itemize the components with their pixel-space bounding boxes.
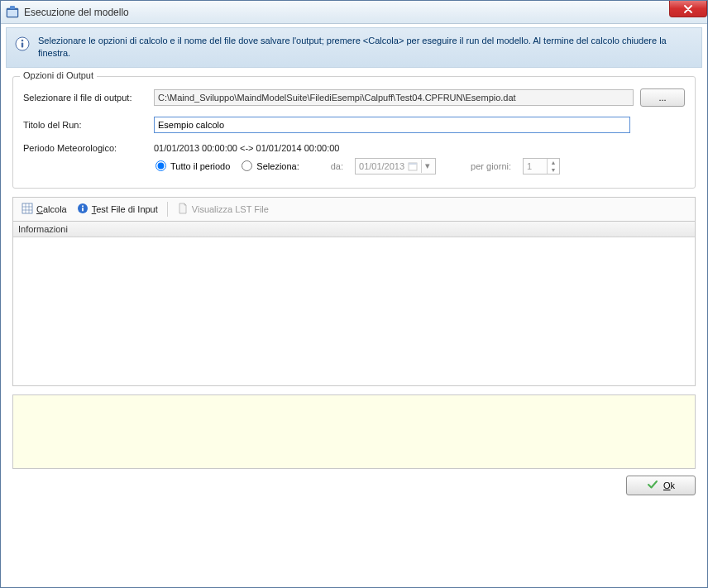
list-body[interactable] xyxy=(13,237,695,385)
info-icon xyxy=(15,36,30,54)
banner-text: Selezionare le opzioni di calcolo e il n… xyxy=(38,35,693,60)
svg-rect-1 xyxy=(7,10,17,17)
visualizza-lst-button: Visualizza LST File xyxy=(174,201,272,218)
spinner-down-icon[interactable]: ▼ xyxy=(548,166,559,174)
svg-rect-2 xyxy=(10,6,15,9)
run-title-label: Titolo del Run: xyxy=(23,120,147,130)
radio-full-period-label: Tutto il periodo xyxy=(170,161,230,171)
days-spinner[interactable]: ▲ ▼ xyxy=(523,158,560,174)
log-area[interactable] xyxy=(12,394,696,469)
output-file-field[interactable] xyxy=(154,89,634,106)
radio-select-period-label: Seleziona: xyxy=(256,161,299,171)
calcola-label: Calcola xyxy=(36,204,67,214)
toolbar-separator xyxy=(167,202,168,217)
group-legend: Opzioni di Output xyxy=(20,70,97,80)
visualizza-label: Visualizza LST File xyxy=(192,204,269,214)
test-input-button[interactable]: Test File di Input xyxy=(74,201,161,218)
window-title: Esecuzione del modello xyxy=(24,7,129,18)
svg-rect-7 xyxy=(409,163,417,165)
svg-rect-11 xyxy=(82,208,84,212)
days-label: per giorni: xyxy=(471,161,511,171)
info-circle-icon xyxy=(77,203,88,216)
document-icon xyxy=(177,203,189,216)
test-label: Test File di Input xyxy=(92,204,158,214)
titlebar: Esecuzione del modello xyxy=(1,1,707,24)
period-label: Periodo Meteorologico: xyxy=(23,143,147,153)
from-label: da: xyxy=(331,161,343,171)
svg-point-10 xyxy=(82,205,84,207)
browse-button[interactable]: ... xyxy=(640,88,685,107)
chevron-down-icon: ▾ xyxy=(421,160,433,173)
radio-select-period[interactable]: Seleziona: xyxy=(242,160,299,171)
output-options-group: Opzioni di Output Selezionare il file di… xyxy=(12,76,696,189)
footer: Ok xyxy=(12,476,696,495)
ok-button[interactable]: Ok xyxy=(626,476,696,495)
info-list: Informazioni xyxy=(12,221,696,386)
browse-label: ... xyxy=(658,93,666,103)
days-value xyxy=(524,159,547,174)
period-value: 01/01/2013 00:00:00 <-> 01/01/2014 00:00… xyxy=(154,143,339,153)
app-icon xyxy=(6,6,19,19)
action-toolbar: Calcola Test File di Input xyxy=(12,197,696,221)
date-picker[interactable]: 01/01/2013 ▾ xyxy=(355,158,436,174)
radio-full-period[interactable]: Tutto il periodo xyxy=(155,160,230,171)
spinner-up-icon[interactable]: ▲ xyxy=(548,159,559,166)
date-value: 01/01/2013 xyxy=(359,161,404,171)
close-button[interactable] xyxy=(669,1,707,17)
svg-point-4 xyxy=(22,40,24,42)
calcola-button[interactable]: Calcola xyxy=(18,201,70,218)
grid-icon xyxy=(22,203,33,216)
ok-label: Ok xyxy=(663,480,675,490)
info-banner: Selezionare le opzioni di calcolo e il n… xyxy=(6,27,702,68)
list-header: Informazioni xyxy=(13,222,695,237)
calendar-icon xyxy=(408,161,418,171)
output-file-label: Selezionare il file di output: xyxy=(23,93,147,103)
svg-rect-5 xyxy=(22,43,23,48)
svg-rect-8 xyxy=(22,203,32,213)
dialog-window: Esecuzione del modello Selezionare le op… xyxy=(0,0,708,588)
run-title-field[interactable] xyxy=(154,117,630,133)
check-icon xyxy=(647,480,658,491)
